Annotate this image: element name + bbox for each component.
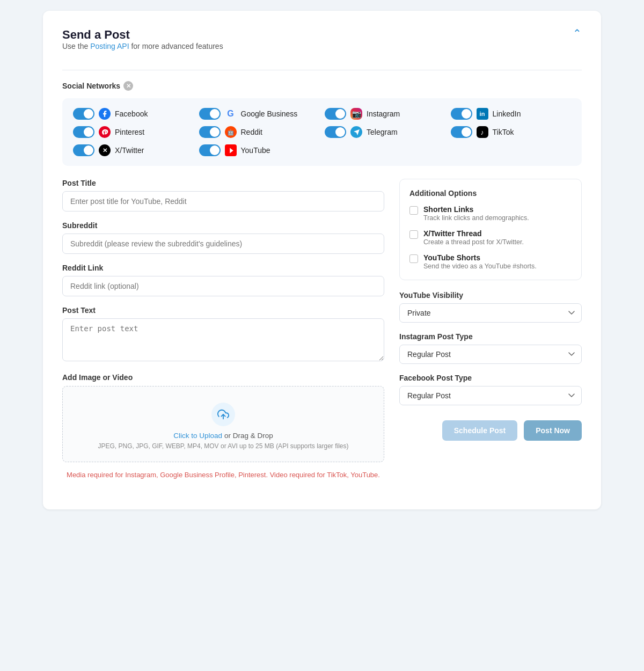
network-name-pinterest: Pinterest [115, 128, 144, 136]
add-media-group: Add Image or Video Click to Upload or Dr… [62, 373, 384, 480]
toggle-pinterest[interactable] [73, 126, 94, 138]
action-buttons: Schedule Post Post Now [399, 420, 582, 441]
network-item-youtube: YouTube [199, 144, 320, 156]
logo-pinterest [99, 126, 111, 138]
network-item-tiktok: ♪TikTok [451, 126, 572, 138]
logo-twitter: ✕ [99, 144, 111, 156]
option-desc-shorten-links: Track link clicks and demographics. [423, 214, 529, 222]
logo-linkedin: in [477, 108, 488, 120]
option-item-shorten-links: Shorten LinksTrack link clicks and demog… [409, 205, 572, 222]
left-column: Post Title Subreddit Reddit Link Post Te… [62, 179, 384, 490]
logo-telegram [350, 126, 362, 138]
toggle-instagram[interactable] [325, 108, 346, 120]
post-text-group: Post Text [62, 306, 384, 363]
upload-area[interactable]: Click to Upload or Drag & Drop JPEG, PNG… [62, 386, 384, 462]
network-name-linkedin: LinkedIn [493, 110, 521, 118]
media-warning: Media required for Instagram, Google Bus… [62, 470, 384, 480]
network-name-reddit: Reddit [241, 128, 262, 136]
svg-marker-0 [230, 148, 233, 153]
logo-facebook [99, 108, 111, 120]
instagram-post-type-group: Instagram Post Type Regular PostStoryRee… [399, 332, 582, 364]
post-title-label: Post Title [62, 179, 384, 187]
network-item-google-business: GGoogle Business [199, 108, 320, 120]
instagram-post-type-select[interactable]: Regular PostStoryReel [399, 345, 582, 364]
upload-hint: JPEG, PNG, JPG, GIF, WEBP, MP4, MOV or A… [74, 442, 373, 450]
reddit-link-group: Reddit Link [62, 264, 384, 296]
toggle-reddit[interactable] [199, 126, 221, 138]
reddit-link-input[interactable] [62, 276, 384, 296]
toggle-twitter[interactable] [73, 144, 94, 156]
logo-tiktok: ♪ [477, 126, 488, 138]
network-name-google-business: Google Business [241, 110, 298, 118]
posting-api-link[interactable]: Posting API [90, 42, 129, 50]
youtube-visibility-label: YouTube Visibility [399, 291, 582, 300]
post-title-group: Post Title [62, 179, 384, 211]
subreddit-input[interactable] [62, 234, 384, 254]
subreddit-group: Subreddit [62, 221, 384, 254]
add-media-label: Add Image or Video [62, 373, 384, 382]
subtitle-suffix: for more advanced features [129, 42, 223, 50]
option-title-youtube-shorts: YouTube Shorts [423, 253, 537, 262]
youtube-visibility-select[interactable]: PrivatePublicUnlisted [399, 303, 582, 323]
toggle-linkedin[interactable] [451, 108, 472, 120]
click-to-upload-link[interactable]: Click to Upload [173, 432, 222, 440]
schedule-post-button[interactable]: Schedule Post [442, 420, 517, 441]
network-name-youtube: YouTube [241, 146, 270, 155]
send-post-card: Send a Post Use the Posting API for more… [43, 11, 601, 509]
facebook-post-type-group: Facebook Post Type Regular PostStoryReel [399, 374, 582, 405]
toggle-google-business[interactable] [199, 108, 221, 120]
checkbox-youtube-shorts[interactable] [409, 254, 418, 263]
option-item-twitter-thread: X/Twitter ThreadCreate a thread post for… [409, 229, 572, 246]
instagram-post-type-label: Instagram Post Type [399, 332, 582, 341]
toggle-telegram[interactable] [325, 126, 346, 138]
network-item-telegram: Telegram [325, 126, 445, 138]
facebook-post-type-select[interactable]: Regular PostStoryReel [399, 386, 582, 405]
networks-grid: FacebookGGoogle Business📷InstagraminLink… [62, 98, 582, 166]
post-title-input[interactable] [62, 191, 384, 211]
subtitle-prefix: Use the [62, 42, 90, 50]
youtube-visibility-group: YouTube Visibility PrivatePublicUnlisted [399, 291, 582, 323]
logo-youtube [225, 144, 237, 156]
card-subtitle: Use the Posting API for more advanced fe… [62, 42, 223, 50]
post-text-label: Post Text [62, 306, 384, 315]
checkbox-shorten-links[interactable] [409, 206, 418, 215]
toggle-tiktok[interactable] [451, 126, 472, 138]
network-item-linkedin: inLinkedIn [451, 108, 572, 120]
card-header: Send a Post Use the Posting API for more… [62, 28, 582, 61]
network-name-tiktok: TikTok [493, 128, 514, 136]
facebook-post-type-label: Facebook Post Type [399, 374, 582, 382]
option-desc-youtube-shorts: Send the video as a YouTube #shorts. [423, 262, 537, 270]
network-item-facebook: Facebook [73, 108, 194, 120]
toggle-youtube[interactable] [199, 144, 221, 156]
logo-reddit: 🤖 [225, 126, 237, 138]
main-content: Post Title Subreddit Reddit Link Post Te… [62, 179, 582, 490]
network-item-reddit: 🤖Reddit [199, 126, 320, 138]
option-title-shorten-links: Shorten Links [423, 205, 529, 214]
post-now-button[interactable]: Post Now [524, 420, 582, 441]
options-list: Shorten LinksTrack link clicks and demog… [409, 205, 572, 270]
network-name-telegram: Telegram [367, 128, 398, 136]
right-column: Additional Options Shorten LinksTrack li… [399, 179, 582, 490]
upload-text: Click to Upload or Drag & Drop [74, 432, 373, 440]
network-name-instagram: Instagram [367, 110, 400, 118]
page-title: Send a Post [62, 28, 223, 42]
network-name-twitter: X/Twitter [115, 146, 144, 155]
option-title-twitter-thread: X/Twitter Thread [423, 229, 524, 238]
additional-options-title: Additional Options [409, 189, 572, 198]
logo-google-business: G [225, 108, 237, 120]
collapse-icon[interactable]: ⌃ [573, 28, 582, 39]
upload-icon [211, 403, 235, 426]
logo-instagram: 📷 [350, 108, 362, 120]
post-text-input[interactable] [62, 318, 384, 361]
network-item-pinterest: Pinterest [73, 126, 194, 138]
social-networks-info-icon[interactable]: ✕ [123, 81, 133, 91]
subreddit-label: Subreddit [62, 221, 384, 230]
option-desc-twitter-thread: Create a thread post for X/Twitter. [423, 238, 524, 246]
social-networks-label: Social Networks ✕ [62, 81, 582, 91]
additional-options-panel: Additional Options Shorten LinksTrack li… [399, 179, 582, 280]
toggle-facebook[interactable] [73, 108, 94, 120]
reddit-link-label: Reddit Link [62, 264, 384, 272]
network-item-instagram: 📷Instagram [325, 108, 445, 120]
divider-1 [62, 70, 582, 70]
checkbox-twitter-thread[interactable] [409, 230, 418, 239]
